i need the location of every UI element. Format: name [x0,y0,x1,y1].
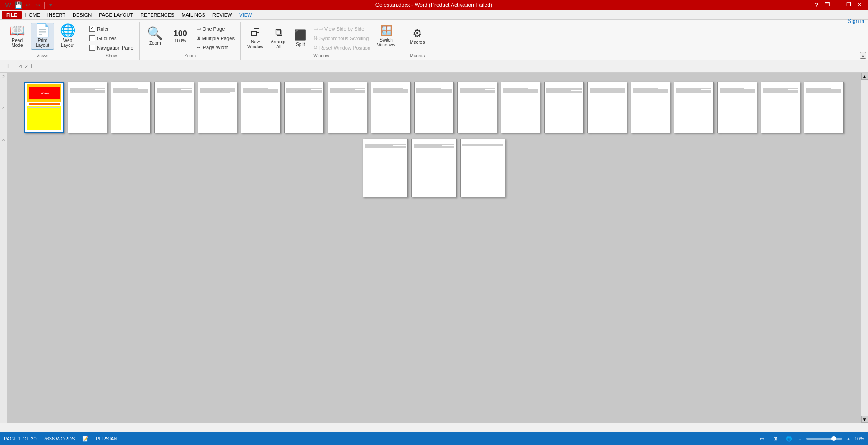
page-thumb-9[interactable] [371,82,411,133]
zoom-plus-button[interactable]: ＋ [846,436,851,442]
vertical-scrollbar[interactable]: ▲ ▼ [861,73,868,423]
page-thumb-14[interactable] [587,82,627,133]
web-layout-view-button[interactable]: 🌐 [784,434,794,444]
line [373,91,408,92]
zoom-minus-button[interactable]: － [798,436,803,442]
window-col1: 🗗 New Window [245,23,266,51]
sync-scrolling-button[interactable]: ⇅ Synchronous Scrolling [311,34,373,42]
line [373,84,408,84]
scroll-up-button[interactable]: ▲ [861,73,868,80]
split-button[interactable]: ⬛ Split [291,24,309,51]
page-width-button[interactable]: ↔ Page Width [194,43,237,51]
document-area[interactable]: تحقیق آنلاین [7,73,861,423]
collapse-ribbon-button[interactable]: ▲ [860,52,866,59]
page-thumb-5[interactable] [198,82,237,133]
reset-window-button[interactable]: ↺ Reset Window Position [311,43,373,52]
page-thumb-21[interactable] [411,139,457,197]
page-thumb-1[interactable]: تحقیق آنلاین [24,82,64,133]
spell-check-icon[interactable]: 📝 [82,436,88,442]
ruler-checkbox[interactable] [89,26,95,32]
line [70,84,105,84]
page-thumb-20[interactable] [363,139,408,197]
page-thumb-12[interactable] [501,82,540,133]
menu-mailings[interactable]: MAILINGS [178,11,209,19]
close-button[interactable]: ✕ [854,0,864,9]
menu-page-layout[interactable]: PAGE LAYOUT [95,11,137,19]
line [720,84,755,84]
zoom-button[interactable]: 🔍 Zoom [143,23,167,50]
page-thumb-18[interactable] [761,82,800,133]
web-layout-button[interactable]: 🌐 Web Layout [56,23,79,50]
page-thumb-2[interactable] [68,82,107,133]
multiple-pages-button[interactable]: ⊞ Multiple Pages [194,34,237,42]
line [763,85,798,85]
switch-windows-button[interactable]: 🪟 Switch Windows [374,23,398,50]
page-thumb-15[interactable] [631,82,670,133]
zoom-label: Zoom [149,41,161,46]
navigation-pane-checkbox-label[interactable]: Navigation Pane [87,43,136,52]
ribbon-display-options[interactable]: 🗖 [822,0,832,9]
ruler-checkbox-label[interactable]: Ruler [87,24,136,33]
line [113,94,148,94]
restore-button[interactable]: ❐ [844,0,854,9]
navigation-pane-checkbox[interactable] [89,45,95,51]
page-thumb-17[interactable] [717,82,757,133]
macros-button[interactable]: ⚙ Macros [406,23,429,50]
line [503,87,538,87]
line [200,86,235,86]
line [70,88,105,89]
page-thumb-19[interactable] [804,82,844,133]
gridlines-checkbox-label[interactable]: Gridlines [87,34,136,42]
menu-file[interactable]: FILE [2,11,22,19]
page-thumb-13[interactable] [544,82,584,133]
undo-button[interactable]: ↩ [23,0,32,9]
gridlines-checkbox[interactable] [89,35,95,41]
one-page-button[interactable]: ▭ One Page [194,24,237,33]
menu-references[interactable]: REFERENCES [137,11,178,19]
page-thumb-6[interactable] [241,82,281,133]
menu-design[interactable]: DESIGN [69,11,95,19]
print-layout-button[interactable]: 📄 Print Layout [31,23,54,50]
page-thumb-11[interactable] [457,82,497,133]
line [462,144,503,144]
help-button[interactable]: ? [812,0,821,9]
zoom-thumb[interactable] [831,436,836,441]
save-button[interactable]: 💾 [14,0,23,9]
line [243,88,268,89]
page-thumb-8[interactable] [328,82,367,133]
menu-review[interactable]: REVIEW [209,11,235,19]
line [503,90,538,91]
page-thumb-7[interactable] [284,82,324,133]
page-thumb-4[interactable] [154,82,194,133]
arrange-all-button[interactable]: ⧉ Arrange All [268,24,290,51]
scroll-down-button[interactable]: ▼ [861,416,868,423]
read-mode-button[interactable]: 📖 Read Mode [5,23,29,50]
page-thumb-16[interactable] [674,82,714,133]
signin-link[interactable]: Sign in [848,18,864,24]
customize-qat-button[interactable]: ▾ [46,0,55,9]
redo-button[interactable]: ↪ [33,0,42,9]
line [416,89,452,90]
zoom-slider[interactable] [806,438,842,440]
view-side-by-side-button[interactable]: ▭▭ View Side by Side [311,24,373,33]
print-layout-view-button[interactable]: ▭ [757,434,767,444]
page-thumb-10[interactable] [414,82,454,133]
page-thumb-22[interactable] [460,139,505,197]
line [763,91,798,92]
line [460,88,495,89]
line [157,88,192,88]
zoom-100-button[interactable]: 100 100% [169,23,192,50]
line [416,84,452,84]
new-window-button[interactable]: 🗗 New Window [245,24,266,51]
line [676,86,711,86]
line [414,142,454,142]
menu-insert[interactable]: INSERT [44,11,69,19]
word-icon[interactable]: W [4,0,13,9]
line [763,89,788,90]
menu-home[interactable]: HOME [22,11,44,19]
full-page-view-button[interactable]: ⊞ [771,434,780,444]
minimize-button[interactable]: ─ [833,0,843,9]
line [546,86,582,86]
page-thumb-3[interactable] [111,82,151,133]
menu-view[interactable]: VIEW [235,11,255,19]
